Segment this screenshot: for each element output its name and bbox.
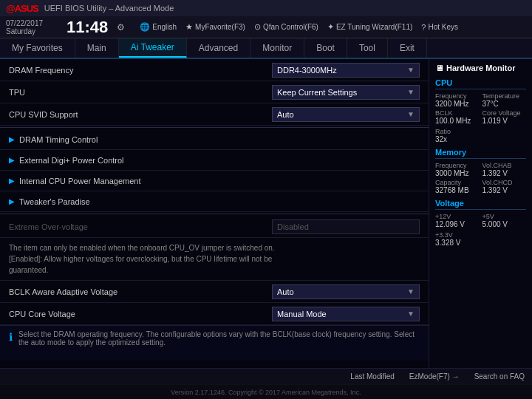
bclk-adaptive-control[interactable]: Auto ▼ — [272, 284, 420, 299]
overvoltage-info: The item can only be enabled when the on… — [0, 238, 429, 281]
bclk-adaptive-value: Auto — [277, 287, 294, 296]
dram-frequency-row: DRAM Frequency DDR4-3000MHz ▼ — [0, 59, 429, 81]
memory-section-title: Memory — [435, 148, 526, 159]
nav-monitor[interactable]: Monitor — [250, 38, 304, 58]
monitor-icon: 🖥 — [435, 64, 443, 72]
nav-myfavorites[interactable]: My Favorites — [0, 38, 75, 58]
hotkeys-label: Hot Keys — [428, 23, 458, 31]
cpu-svid-dropdown[interactable]: Auto ▼ — [272, 107, 420, 122]
nav-tool[interactable]: Tool — [347, 38, 388, 58]
english-btn[interactable]: 🌐 English — [140, 22, 177, 32]
tweakers-paradise-label: Tweaker's Paradise — [19, 197, 90, 206]
external-digi-label: External Digi+ Power Control — [19, 156, 124, 165]
last-modified-btn[interactable]: Last Modified — [350, 372, 394, 381]
day-label: Saturday — [6, 27, 58, 35]
main-layout: DRAM Frequency DDR4-3000MHz ▼ TPU Keep C… — [0, 59, 532, 368]
bottom-info-bar: ℹ Select the DRAM operating frequency. T… — [0, 325, 429, 361]
separator-1 — [0, 127, 429, 128]
nav-main[interactable]: Main — [75, 38, 119, 58]
cpu-svid-label: CPU SVID Support — [9, 110, 272, 119]
tpu-row: TPU Keep Current Settings ▼ — [0, 81, 429, 103]
separator-2 — [0, 214, 429, 214]
mem-volchab-label: Vol.CHAB 1.392 V — [482, 162, 527, 177]
chevron-down-icon: ▼ — [407, 88, 415, 96]
myfavorite-btn[interactable]: ★ MyFavorite(F3) — [185, 22, 245, 32]
star-icon: ★ — [185, 22, 193, 32]
info-icon: ℹ — [9, 331, 13, 343]
tpu-dropdown[interactable]: Keep Current Settings ▼ — [272, 85, 420, 100]
cpu-svid-control[interactable]: Auto ▼ — [272, 107, 420, 122]
voltage-section-title: Voltage — [435, 199, 526, 210]
hardware-monitor-sidebar: 🖥 Hardware Monitor CPU Frequency 3200 MH… — [429, 59, 532, 368]
bclk-adaptive-label: BCLK Aware Adaptive Voltage — [9, 287, 272, 296]
bios-title: UEFI BIOS Utility – Advanced Mode — [44, 4, 174, 13]
expand-arrow-icon: ▶ — [9, 135, 15, 143]
voltage-metrics: +12V 12.096 V +5V 5.000 V — [435, 213, 526, 228]
cpu-core-voltage-dropdown[interactable]: Manual Mode ▼ — [272, 307, 420, 321]
content-area: DRAM Frequency DDR4-3000MHz ▼ TPU Keep C… — [0, 59, 429, 368]
language-icon: 🌐 — [140, 22, 150, 32]
bclk-adaptive-dropdown[interactable]: Auto ▼ — [272, 284, 420, 299]
nav-boot[interactable]: Boot — [304, 38, 347, 58]
top-bar: @ASUS UEFI BIOS Utility – Advanced Mode — [0, 0, 532, 16]
dram-frequency-control[interactable]: DDR4-3000MHz ▼ — [272, 63, 420, 78]
dram-frequency-value: DDR4-3000MHz — [277, 66, 337, 75]
volt-12v-label: +12V 12.096 V — [435, 213, 480, 228]
dram-frequency-label: DRAM Frequency — [9, 66, 272, 75]
chevron-down-icon: ▼ — [407, 287, 415, 296]
cpu-svid-value: Auto — [277, 110, 294, 119]
bclk-adaptive-row: BCLK Aware Adaptive Voltage Auto ▼ — [0, 281, 429, 303]
extreme-overvoltage-value: Disabled — [272, 219, 420, 234]
nav-exit[interactable]: Exit — [388, 38, 427, 58]
nav-menu: My Favorites Main Ai Tweaker Advanced Mo… — [0, 38, 532, 59]
extreme-overvoltage-control: Disabled — [272, 219, 420, 234]
hotkeys-btn[interactable]: ? Hot Keys — [421, 23, 458, 32]
expand-arrow-icon: ▶ — [9, 156, 15, 164]
asus-logo: @ASUS — [6, 3, 38, 14]
hw-monitor-title: 🖥 Hardware Monitor — [435, 64, 526, 72]
ez-tuning-label: EZ Tuning Wizard(F11) — [336, 23, 412, 31]
footer: Version 2.17.1246. Copyright © 2017 Amer… — [0, 384, 532, 399]
cpu-bclk-label: BCLK 100.0 MHz — [435, 109, 480, 125]
cpu-core-voltage-label: CPU Core Voltage — [9, 310, 272, 318]
ezmode-btn[interactable]: EzMode(F7) → — [409, 372, 460, 381]
cpu-section-title: CPU — [435, 78, 526, 89]
expand-arrow-icon: ▶ — [9, 177, 15, 185]
extreme-overvoltage-row: Extreme Over-voltage Disabled — [0, 216, 429, 238]
footer-text: Version 2.17.1246. Copyright © 2017 Amer… — [171, 389, 361, 396]
cpu-core-voltage-control[interactable]: Manual Mode ▼ — [272, 307, 420, 321]
extreme-overvoltage-label: Extreme Over-voltage — [9, 222, 272, 231]
cpu-temp-label: Temperature 37°C — [482, 92, 527, 108]
external-digi-row[interactable]: ▶ External Digi+ Power Control — [0, 150, 429, 171]
dram-timing-row[interactable]: ▶ DRAM Timing Control — [0, 129, 429, 150]
tweakers-paradise-row[interactable]: ▶ Tweaker's Paradise — [0, 191, 429, 212]
ez-tuning-btn[interactable]: ✦ EZ Tuning Wizard(F11) — [327, 22, 412, 32]
overvoltage-info-text: The item can only be enabled when the on… — [9, 244, 275, 274]
clock-gear-icon: ⚙ — [117, 22, 125, 33]
bottom-info-text: Select the DRAM operating frequency. The… — [18, 330, 420, 347]
mem-capacity-label: Capacity 32768 MB — [435, 179, 480, 194]
cpu-corevoltage-label: Core Voltage 1.019 V — [482, 109, 527, 125]
tpu-control[interactable]: Keep Current Settings ▼ — [272, 85, 420, 100]
chevron-down-icon: ▼ — [407, 310, 415, 318]
dram-frequency-dropdown[interactable]: DDR4-3000MHz ▼ — [272, 63, 420, 78]
internal-cpu-power-label: Internal CPU Power Management — [19, 177, 140, 185]
top-icons-bar: 🌐 English ★ MyFavorite(F3) ⊙ Qfan Contro… — [140, 22, 458, 32]
chevron-down-icon: ▼ — [407, 66, 415, 74]
mem-freq-label: Frequency 3000 MHz — [435, 162, 480, 177]
internal-cpu-power-row[interactable]: ▶ Internal CPU Power Management — [0, 171, 429, 191]
qfan-btn[interactable]: ⊙ Qfan Control(F6) — [254, 22, 318, 32]
cpu-svid-row: CPU SVID Support Auto ▼ — [0, 103, 429, 126]
dram-timing-label: DRAM Timing Control — [19, 135, 98, 144]
english-label: English — [152, 23, 177, 31]
tpu-value: Keep Current Settings — [277, 88, 357, 97]
volt-5v-label: +5V 5.000 V — [482, 213, 527, 228]
cpu-metrics: Frequency 3200 MHz Temperature 37°C BCLK… — [435, 92, 526, 125]
date-label: 07/22/2017 — [6, 19, 58, 27]
memory-metrics: Frequency 3000 MHz Vol.CHAB 1.392 V Capa… — [435, 162, 526, 194]
myfavorite-label: MyFavorite(F3) — [195, 23, 245, 31]
nav-aitweaker[interactable]: Ai Tweaker — [119, 38, 187, 58]
nav-advanced[interactable]: Advanced — [187, 38, 250, 58]
search-faq-btn[interactable]: Search on FAQ — [474, 372, 525, 381]
tpu-label: TPU — [9, 88, 272, 97]
